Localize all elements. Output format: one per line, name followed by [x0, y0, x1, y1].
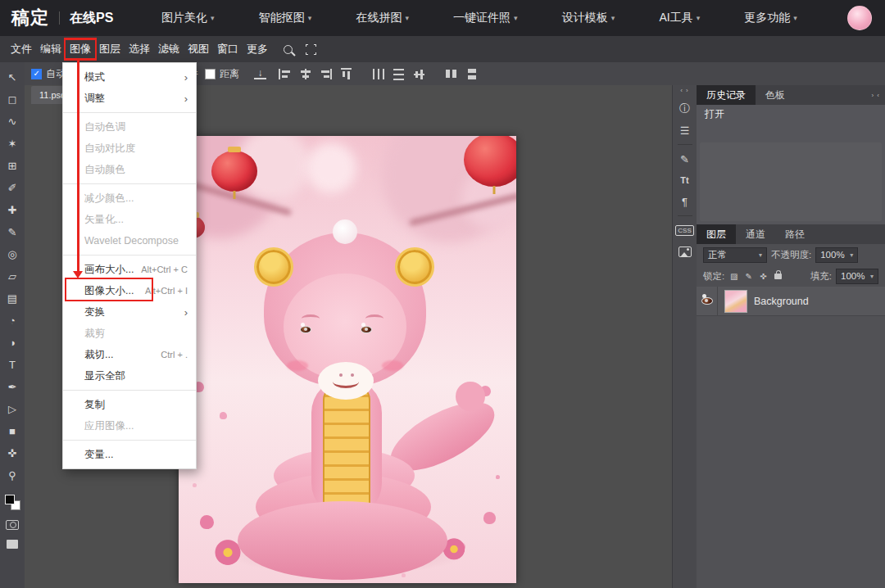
move-tool[interactable]: ↖: [1, 66, 24, 88]
menu-more[interactable]: 更多: [243, 39, 272, 59]
hat-pompom: [333, 219, 357, 244]
hand-tool[interactable]: ✜: [1, 442, 24, 464]
menu-layer[interactable]: 图层: [95, 39, 125, 59]
type-tool[interactable]: T: [1, 354, 24, 376]
menu-select[interactable]: 选择: [125, 39, 154, 59]
nav-item-design-templates[interactable]: 设计模板▾: [562, 11, 615, 25]
menu-filter[interactable]: 滤镜: [154, 39, 184, 59]
menu-edit[interactable]: 编辑: [36, 39, 66, 59]
menu-item-transform[interactable]: 变换›: [63, 301, 196, 323]
lock-pixels-icon[interactable]: ✎: [743, 272, 754, 281]
user-avatar[interactable]: [847, 6, 872, 30]
lock-position-icon[interactable]: ✜: [758, 272, 769, 281]
nav-item-more-features[interactable]: 更多功能▾: [744, 11, 797, 25]
layer-thumbnail[interactable]: [724, 290, 747, 313]
tab-layers[interactable]: 图层: [697, 224, 736, 244]
paragraph-panel-icon[interactable]: ¶: [674, 191, 697, 212]
nav-item-id-photo[interactable]: 一键证件照▾: [453, 11, 518, 25]
fullscreen-icon[interactable]: [306, 44, 316, 55]
menu-file[interactable]: 文件: [7, 39, 36, 59]
pen-tool[interactable]: ✒: [1, 376, 24, 398]
fill-value[interactable]: 100%▾: [836, 269, 878, 284]
tab-channels[interactable]: 通道: [736, 224, 775, 244]
tab-paths[interactable]: 路径: [775, 224, 815, 244]
crop-tool[interactable]: ⊞: [1, 155, 24, 177]
brush-tool[interactable]: ✎: [1, 221, 24, 243]
color-swatches[interactable]: [5, 495, 20, 510]
eye-icon[interactable]: [701, 297, 713, 305]
submenu-arrow-icon: ›: [184, 71, 188, 84]
distance-checkbox[interactable]: [205, 69, 216, 79]
foreground-color-swatch[interactable]: [5, 495, 15, 504]
gradient-tool[interactable]: ▤: [1, 287, 24, 310]
download-icon[interactable]: ↓: [254, 68, 266, 79]
lock-transparency-icon[interactable]: ▨: [728, 272, 739, 281]
collapse-strip-icon[interactable]: ‹ ›: [680, 87, 689, 98]
tab-swatches[interactable]: 色板: [756, 85, 795, 105]
image-panel-icon[interactable]: [674, 241, 697, 262]
chevron-down-icon: ▾: [759, 251, 762, 259]
chevron-down-icon: ▾: [697, 14, 701, 22]
layer-list: Background: [697, 287, 885, 588]
eraser-tool[interactable]: ▱: [1, 265, 24, 287]
nav-item-ai-tools[interactable]: AI工具▾: [659, 11, 700, 25]
adjustments-icon[interactable]: ☰: [674, 120, 697, 141]
history-item-open[interactable]: 打开: [697, 105, 885, 123]
quick-mask-icon[interactable]: [6, 520, 19, 530]
menu-view[interactable]: 视图: [184, 39, 213, 59]
layers-lock-row: 锁定: ▨ ✎ ✜ 填充: 100%▾: [697, 265, 885, 287]
zoom-tool[interactable]: ⚲: [1, 464, 24, 486]
shape-tool[interactable]: ■: [1, 420, 24, 442]
align-center-icon[interactable]: [299, 69, 311, 79]
menu-item-trim[interactable]: 裁切...Ctrl + .: [63, 344, 196, 365]
marquee-select-tool[interactable]: ◻: [1, 88, 24, 111]
nav-item-image-beautify[interactable]: 图片美化▾: [161, 11, 215, 25]
menu-separator: [63, 255, 196, 256]
spacing-horizontal-icon[interactable]: [445, 69, 457, 79]
blend-mode-select[interactable]: 正常▾: [703, 247, 767, 263]
screen-mode-icon[interactable]: [7, 540, 18, 549]
toolbox: ↖ ◻ ∿ ✶ ⊞ ✐ ✚ ✎ ◎ ▱ ▤ ◔ ◑ T ✒ ▷ ■ ✜ ⚲: [0, 62, 25, 588]
menu-item-variables[interactable]: 变量...: [63, 444, 196, 465]
healing-brush-tool[interactable]: ✚: [1, 199, 24, 221]
distribute-horizontal-icon[interactable]: [372, 69, 384, 79]
snake-eye: [361, 326, 372, 333]
menu-item-mode[interactable]: 模式›: [63, 66, 196, 88]
tab-history[interactable]: 历史记录: [697, 85, 756, 105]
layer-row-background[interactable]: Background: [697, 287, 885, 316]
nav-item-smart-cutout[interactable]: 智能抠图▾: [259, 11, 312, 25]
search-icon[interactable]: [284, 45, 293, 54]
menu-window[interactable]: 窗口: [213, 39, 243, 59]
auto-select-checkbox[interactable]: [31, 69, 42, 79]
nav-item-online-collage[interactable]: 在线拼图▾: [356, 11, 409, 25]
visibility-cell[interactable]: [697, 287, 718, 316]
history-panel-body: 打开: [697, 105, 885, 224]
character-panel-icon[interactable]: Tt: [674, 170, 697, 191]
dodge-tool[interactable]: ◑: [1, 332, 24, 354]
css-panel-icon[interactable]: CSS: [674, 219, 697, 241]
path-select-tool[interactable]: ▷: [1, 398, 24, 420]
info-icon[interactable]: ⓘ: [674, 98, 697, 120]
lasso-tool[interactable]: ∿: [1, 111, 24, 133]
magic-wand-tool[interactable]: ✶: [1, 133, 24, 155]
opacity-value[interactable]: 100%▾: [815, 247, 858, 263]
collapse-panel-icon[interactable]: › ‹: [871, 92, 880, 99]
history-brush-icon[interactable]: ✎: [674, 148, 697, 170]
menu-item-duplicate[interactable]: 复制: [63, 394, 196, 415]
align-top-icon[interactable]: [341, 68, 352, 80]
clone-stamp-tool[interactable]: ◎: [1, 243, 24, 265]
align-left-icon[interactable]: [279, 69, 291, 79]
blur-tool[interactable]: ◔: [1, 310, 24, 332]
gold-ear: [395, 247, 434, 287]
eyedropper-tool[interactable]: ✐: [1, 177, 24, 199]
menu-item-reveal-all[interactable]: 显示全部: [63, 365, 196, 387]
lock-all-icon[interactable]: [774, 274, 782, 279]
align-middle-icon[interactable]: [414, 68, 424, 80]
distribute-vertical-icon[interactable]: [393, 68, 404, 80]
chevron-down-icon: ▾: [870, 273, 874, 280]
chevron-down-icon: ▾: [211, 14, 215, 22]
canvas-image[interactable]: [179, 136, 516, 583]
spacing-vertical-icon[interactable]: [466, 68, 477, 80]
align-right-icon[interactable]: [320, 69, 332, 79]
menu-item-adjustments[interactable]: 调整›: [63, 88, 196, 109]
